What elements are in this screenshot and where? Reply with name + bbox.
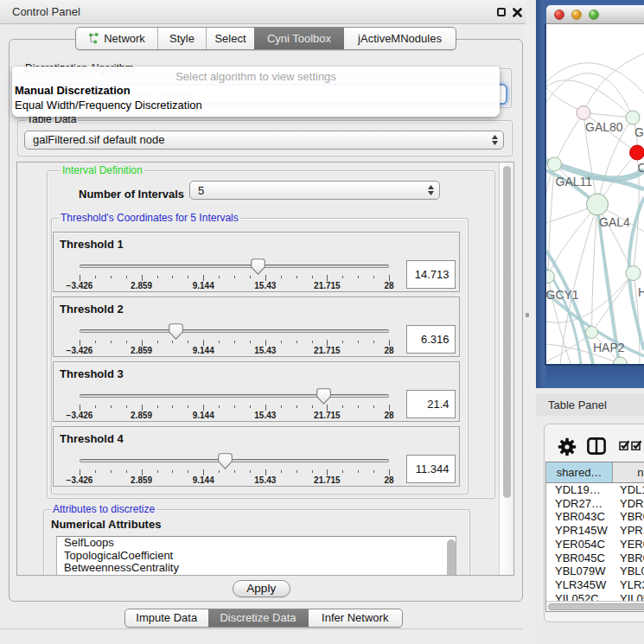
tab-style[interactable]: Style <box>157 28 206 49</box>
tab-label: Cyni Toolbox <box>267 32 331 45</box>
column-header-shared-name[interactable]: shared… <box>546 462 612 482</box>
slider-track[interactable] <box>80 459 389 462</box>
slider-tick-label: 9.144 <box>193 346 214 355</box>
slider-thumb[interactable] <box>218 453 233 469</box>
threshold-value-field[interactable]: 6.316 <box>406 325 456 354</box>
slider-tick <box>142 469 143 475</box>
network-node-gal80[interactable] <box>577 106 590 120</box>
dropdown-item[interactable]: Select algorithm to view settings <box>12 70 500 84</box>
close-icon[interactable] <box>513 8 522 17</box>
cell-shared-name: YBR045C <box>546 552 612 565</box>
float-window-icon[interactable] <box>497 8 506 16</box>
tab-label: Select <box>214 32 245 45</box>
column-header-name[interactable]: name <box>612 462 644 482</box>
slider-tick <box>327 405 328 411</box>
combo-arrows-icon <box>428 182 434 199</box>
slider-tick <box>250 276 251 279</box>
network-node-gal11[interactable] <box>548 157 562 171</box>
slider-tick <box>219 276 220 279</box>
attribute-list-item[interactable]: SelfLoops <box>57 537 456 550</box>
network-edge[interactable] <box>592 205 598 333</box>
slider-tick <box>342 276 343 279</box>
dropdown-item[interactable]: Equal Width/Frequency Discretization <box>12 99 497 112</box>
threshold-value-field[interactable]: 11.344 <box>406 455 456 483</box>
tab-infer-network[interactable]: Infer Network <box>309 609 403 627</box>
tab-discretize-data[interactable]: Discretize Data <box>208 609 309 627</box>
numerical-attributes-list[interactable]: SelfLoopsTopologicalCoefficientBetweenne… <box>56 536 456 576</box>
slider-thumb[interactable] <box>169 323 183 340</box>
slider-tick <box>296 470 297 474</box>
table-hscrollbar-track[interactable] <box>546 601 644 612</box>
table-row[interactable]: YDR27…YDR277C <box>546 497 644 511</box>
network-node-red[interactable] <box>630 145 644 160</box>
split-columns-icon[interactable] <box>587 437 606 455</box>
tab-label: Discretize Data <box>220 611 296 624</box>
dropdown-item[interactable]: Manual Discretization <box>12 84 497 98</box>
slider-tick <box>219 405 220 409</box>
slider-tick <box>250 470 251 474</box>
slider-tick <box>126 341 127 344</box>
table-data-combobox[interactable]: galFiltered.sif default node <box>24 131 504 150</box>
close-window-icon[interactable] <box>555 10 564 20</box>
attributes-list-scrollbar[interactable] <box>447 539 456 577</box>
slider-track[interactable] <box>80 394 389 398</box>
checkbox-icon[interactable] <box>631 440 642 450</box>
gear-icon[interactable] <box>558 437 577 456</box>
table-row[interactable]: YDL19…YDL194W <box>546 483 644 497</box>
tab-network[interactable]: Network <box>76 28 157 49</box>
divider-collapse-handle[interactable] <box>526 313 529 317</box>
slider-tick <box>281 405 282 409</box>
network-window-titlebar[interactable] <box>546 5 644 24</box>
network-edge[interactable] <box>583 112 633 118</box>
slider-tick <box>234 470 235 474</box>
slider-tick <box>157 470 158 474</box>
slider-tick-label: −3.426 <box>67 475 93 485</box>
slider-tick <box>265 275 266 281</box>
slider-thumb[interactable] <box>316 388 331 405</box>
tab-impute-data[interactable]: Impute Data <box>125 609 208 627</box>
slider-tick <box>111 276 112 279</box>
network-edge[interactable] <box>583 54 644 112</box>
slider-tick <box>234 341 235 344</box>
apply-button[interactable]: Apply <box>233 580 290 597</box>
slider-thumb[interactable] <box>251 258 265 275</box>
table-row[interactable]: YER054CYER054C <box>546 538 644 552</box>
slider-tick <box>111 470 112 474</box>
table-hscrollbar-thumb[interactable] <box>548 603 644 611</box>
network-node-gal1[interactable] <box>626 111 640 124</box>
attribute-list-item[interactable]: BetweennessCentrality <box>57 562 456 575</box>
checkbox-icon[interactable] <box>619 440 630 450</box>
threshold-value-field[interactable]: 21.4 <box>406 390 456 418</box>
table-row[interactable]: YBR043CYBR043C <box>546 510 644 524</box>
node-label: HIS4 <box>638 285 644 299</box>
network-node-gal4[interactable] <box>587 194 609 215</box>
slider-tick-label: 15.43 <box>254 281 276 290</box>
network-node-h[interactable] <box>626 266 641 281</box>
tab-select[interactable]: Select <box>206 28 254 49</box>
slider-tick <box>126 276 127 279</box>
slider-track[interactable] <box>80 265 389 268</box>
cell-shared-name: YBL079W <box>546 564 612 578</box>
slider-tick-label: 15.43 <box>254 475 276 485</box>
table-row[interactable]: YPR145WYPR145W <box>546 524 644 538</box>
settings-scrollbar-thumb[interactable] <box>503 166 511 498</box>
tab-jactivemnodules[interactable]: jActiveMNodules <box>344 28 456 49</box>
table-row[interactable]: YLR345WYLR345W <box>546 578 644 592</box>
slider-track[interactable] <box>80 329 389 333</box>
panel-divider[interactable] <box>523 24 536 644</box>
network-node-hap2[interactable] <box>586 327 598 339</box>
tab-cyni-toolbox[interactable]: Cyni Toolbox <box>254 28 344 49</box>
zoom-window-icon[interactable] <box>590 10 599 20</box>
control-panel-tabs: NetworkStyleSelectCyni ToolboxjActiveMNo… <box>75 27 456 50</box>
threshold-value-field[interactable]: 14.713 <box>406 260 456 289</box>
node-attribute-table[interactable]: shared…name YDL19…YDL194WYDR27…YDR277CYB… <box>545 462 644 612</box>
network-edge[interactable] <box>555 112 584 164</box>
attribute-list-item[interactable]: TopologicalCoefficient <box>57 550 456 563</box>
number-of-intervals-combobox[interactable]: 5 <box>189 181 440 200</box>
network-view-canvas[interactable]: GAL80GAL1CDC19GAL11GAL4GCY1HIS4HAP2 <box>546 24 644 364</box>
settings-scrollbar-track[interactable] <box>499 163 513 575</box>
table-row[interactable]: YBR045CYBR045C <box>546 552 644 565</box>
table-row[interactable]: YBL079WYBL079W <box>546 564 644 578</box>
node-label: HAP2 <box>593 341 625 354</box>
minimize-window-icon[interactable] <box>572 10 582 20</box>
